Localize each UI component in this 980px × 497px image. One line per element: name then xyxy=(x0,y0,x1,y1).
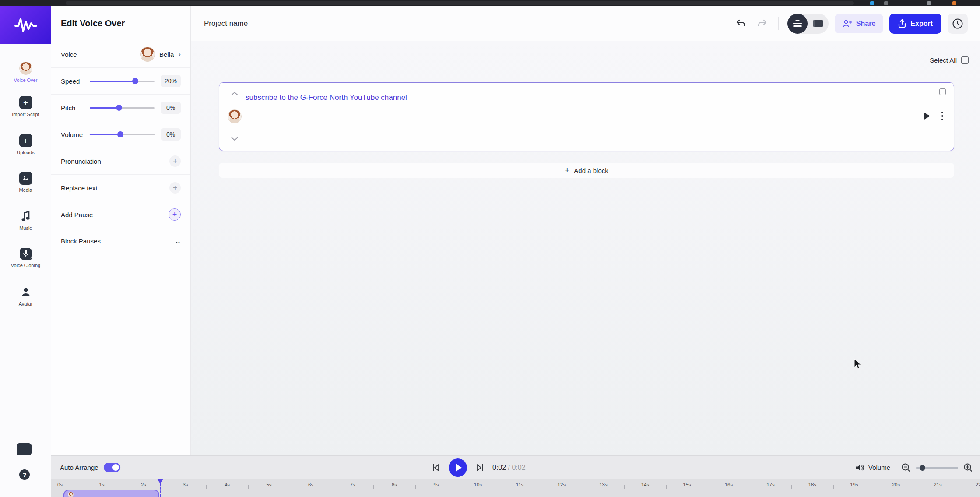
clock-icon xyxy=(952,18,963,29)
block-speaker-avatar[interactable] xyxy=(228,109,242,123)
plus-circle-icon[interactable]: + xyxy=(169,208,181,221)
replace-text-row[interactable]: Replace text + xyxy=(51,174,190,201)
sidebar-item-label: Music xyxy=(0,226,51,231)
voice-block[interactable]: subscribe to the G-Force North YouTube c… xyxy=(219,82,954,151)
ruler-tick-label: 22s xyxy=(976,482,980,487)
view-mode-toggle[interactable] xyxy=(787,14,829,34)
select-all-checkbox[interactable] xyxy=(961,56,969,64)
pitch-row: Pitch 0% xyxy=(51,94,190,121)
block-pauses-label: Block Pauses xyxy=(61,237,101,245)
video-view-icon[interactable] xyxy=(813,20,823,27)
plus-icon[interactable]: + xyxy=(169,155,181,167)
share-button[interactable]: Share xyxy=(835,14,883,33)
sidebar-item-import-script[interactable]: + Import Script xyxy=(0,95,51,117)
timeline-zoom-control xyxy=(901,456,973,479)
playhead-line xyxy=(160,483,161,497)
auto-arrange-toggle[interactable] xyxy=(104,463,120,472)
help-icon[interactable]: ? xyxy=(19,469,30,480)
voice-name: Bella xyxy=(159,51,174,58)
ruler-tick-label: 11s xyxy=(516,482,524,487)
skip-to-start-button[interactable] xyxy=(431,463,441,472)
voice-over-avatar-icon xyxy=(19,62,32,75)
ruler-minor-tick xyxy=(415,485,416,489)
add-block-button[interactable]: + Add a block xyxy=(219,163,954,178)
block-script-text[interactable]: subscribe to the G-Force North YouTube c… xyxy=(246,93,884,102)
browser-extension-icon[interactable] xyxy=(952,1,956,5)
browser-address-bar[interactable] xyxy=(66,1,854,5)
zoom-slider[interactable] xyxy=(916,465,958,470)
ruler-minor-tick xyxy=(81,485,81,489)
sidebar-item-avatar[interactable]: Avatar xyxy=(0,285,51,307)
block-checkbox[interactable] xyxy=(939,88,946,95)
browser-extension-icon[interactable] xyxy=(884,1,888,5)
chevron-up-icon[interactable] xyxy=(231,92,239,96)
ruler-tick-label: 20s xyxy=(892,482,900,487)
add-block-label: Add a block xyxy=(574,167,608,174)
ruler-tick-label: 18s xyxy=(808,482,817,487)
pronunciation-row[interactable]: Pronunciation + xyxy=(51,148,190,174)
pitch-value: 0% xyxy=(161,102,181,114)
sidebar-item-label: Import Script xyxy=(0,112,51,117)
sidebar-item-music[interactable]: Music xyxy=(0,209,51,231)
divider xyxy=(778,17,779,30)
add-pause-row[interactable]: Add Pause + xyxy=(51,201,190,228)
add-pause-label: Add Pause xyxy=(61,211,93,219)
editor-canvas: Select All subscribe to the G-Force Nort… xyxy=(191,41,980,455)
sidebar-item-media[interactable]: Media xyxy=(0,171,51,193)
plus-icon[interactable]: + xyxy=(169,182,181,194)
timeline-ruler[interactable]: 0s1s2s3s4s5s6s7s8s9s10s11s12s13s14s15s16… xyxy=(51,479,980,497)
speed-value: 20% xyxy=(161,75,181,87)
export-button[interactable]: Export xyxy=(889,14,941,34)
volume-value: 0% xyxy=(161,128,181,141)
pitch-slider[interactable] xyxy=(90,105,155,111)
skip-to-end-button[interactable] xyxy=(475,463,485,472)
block-more-options-icon[interactable] xyxy=(941,112,943,120)
browser-extension-icon[interactable] xyxy=(927,1,931,5)
microphone-copy-icon xyxy=(20,248,32,260)
ruler-minor-tick xyxy=(541,485,541,489)
block-play-icon[interactable] xyxy=(924,112,930,120)
pronunciation-label: Pronunciation xyxy=(61,158,101,165)
browser-extension-icon[interactable] xyxy=(870,1,874,5)
ruler-tick-label: 9s xyxy=(433,482,439,487)
voice-avatar xyxy=(140,47,155,62)
script-view-icon[interactable] xyxy=(787,14,808,34)
sidebar-item-voice-cloning[interactable]: Voice Cloning xyxy=(0,246,51,268)
sidebar-item-label: Uploads xyxy=(0,150,51,155)
ruler-minor-tick xyxy=(499,485,499,489)
volume-label: Volume xyxy=(61,131,84,138)
volume-slider[interactable] xyxy=(90,131,155,137)
ruler-minor-tick xyxy=(750,485,750,489)
time-current: 0:02 xyxy=(492,464,506,471)
voice-row[interactable]: Voice Bella › xyxy=(51,41,190,67)
version-history-button[interactable] xyxy=(948,14,968,34)
app-logo[interactable] xyxy=(0,6,51,44)
block-pauses-row[interactable]: Block Pauses ⌄ xyxy=(51,228,190,254)
clip-speaker-avatar xyxy=(68,492,74,497)
redo-button[interactable] xyxy=(755,16,769,31)
project-name[interactable]: Project name xyxy=(204,19,248,28)
sidebar-item-uploads[interactable]: + Uploads xyxy=(0,133,51,155)
speed-label: Speed xyxy=(61,78,84,85)
ruler-minor-tick xyxy=(332,485,332,489)
feedback-chat-icon[interactable] xyxy=(17,443,32,455)
zoom-in-icon[interactable] xyxy=(963,463,973,472)
zoom-out-icon[interactable] xyxy=(901,463,911,472)
ruler-minor-tick xyxy=(583,485,583,489)
volume-row: Volume 0% xyxy=(51,121,190,148)
volume-control[interactable]: Volume xyxy=(856,456,890,479)
speed-slider[interactable] xyxy=(90,78,155,84)
ruler-tick-label: 8s xyxy=(392,482,397,487)
sidebar-item-voice-over[interactable]: Voice Over xyxy=(0,61,51,83)
ruler-tick-label: 10s xyxy=(474,482,482,487)
chevron-down-icon[interactable] xyxy=(231,137,239,141)
timeline-clip[interactable] xyxy=(63,490,160,497)
undo-button[interactable] xyxy=(734,16,748,31)
play-button[interactable] xyxy=(449,458,467,477)
ruler-tick-label: 15s xyxy=(683,482,691,487)
play-icon xyxy=(456,464,462,472)
auto-arrange-label: Auto Arrange xyxy=(60,464,98,471)
ruler-minor-tick xyxy=(708,485,708,489)
select-all-control[interactable]: Select All xyxy=(930,56,969,64)
volume-label: Volume xyxy=(868,464,890,471)
